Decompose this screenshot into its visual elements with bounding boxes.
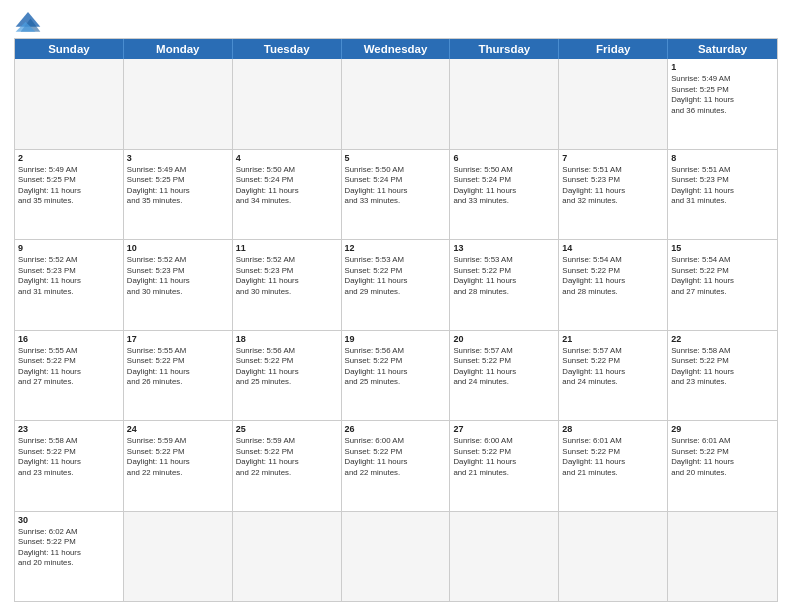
calendar-cell [15, 59, 124, 149]
calendar-cell: 17Sunrise: 5:55 AMSunset: 5:22 PMDayligh… [124, 331, 233, 421]
calendar-cell: 8Sunrise: 5:51 AMSunset: 5:23 PMDaylight… [668, 150, 777, 240]
day-number: 3 [127, 152, 229, 164]
day-number: 10 [127, 242, 229, 254]
calendar-cell: 14Sunrise: 5:54 AMSunset: 5:22 PMDayligh… [559, 240, 668, 330]
calendar-cell: 4Sunrise: 5:50 AMSunset: 5:24 PMDaylight… [233, 150, 342, 240]
day-header-monday: Monday [124, 39, 233, 59]
calendar-cell: 16Sunrise: 5:55 AMSunset: 5:22 PMDayligh… [15, 331, 124, 421]
day-number: 23 [18, 423, 120, 435]
day-info: Sunrise: 6:00 AMSunset: 5:22 PMDaylight:… [345, 436, 447, 478]
calendar-cell: 18Sunrise: 5:56 AMSunset: 5:22 PMDayligh… [233, 331, 342, 421]
day-number: 9 [18, 242, 120, 254]
calendar-cell: 5Sunrise: 5:50 AMSunset: 5:24 PMDaylight… [342, 150, 451, 240]
day-number: 13 [453, 242, 555, 254]
day-header-thursday: Thursday [450, 39, 559, 59]
day-info: Sunrise: 5:57 AMSunset: 5:22 PMDaylight:… [562, 346, 664, 388]
day-number: 24 [127, 423, 229, 435]
calendar: SundayMondayTuesdayWednesdayThursdayFrid… [14, 38, 778, 602]
calendar-cell: 1Sunrise: 5:49 AMSunset: 5:25 PMDaylight… [668, 59, 777, 149]
day-number: 16 [18, 333, 120, 345]
day-number: 1 [671, 61, 774, 73]
calendar-cell: 27Sunrise: 6:00 AMSunset: 5:22 PMDayligh… [450, 421, 559, 511]
day-info: Sunrise: 5:59 AMSunset: 5:22 PMDaylight:… [127, 436, 229, 478]
day-number: 7 [562, 152, 664, 164]
calendar-cell: 23Sunrise: 5:58 AMSunset: 5:22 PMDayligh… [15, 421, 124, 511]
calendar-cell [342, 512, 451, 602]
day-info: Sunrise: 5:49 AMSunset: 5:25 PMDaylight:… [18, 165, 120, 207]
calendar-row-2: 9Sunrise: 5:52 AMSunset: 5:23 PMDaylight… [15, 240, 777, 331]
day-info: Sunrise: 5:52 AMSunset: 5:23 PMDaylight:… [127, 255, 229, 297]
calendar-cell [668, 512, 777, 602]
logo [14, 10, 46, 32]
calendar-cell: 9Sunrise: 5:52 AMSunset: 5:23 PMDaylight… [15, 240, 124, 330]
day-number: 28 [562, 423, 664, 435]
calendar-cell: 24Sunrise: 5:59 AMSunset: 5:22 PMDayligh… [124, 421, 233, 511]
day-info: Sunrise: 5:58 AMSunset: 5:22 PMDaylight:… [18, 436, 120, 478]
calendar-cell: 3Sunrise: 5:49 AMSunset: 5:25 PMDaylight… [124, 150, 233, 240]
day-number: 19 [345, 333, 447, 345]
calendar-cell: 6Sunrise: 5:50 AMSunset: 5:24 PMDaylight… [450, 150, 559, 240]
day-info: Sunrise: 5:56 AMSunset: 5:22 PMDaylight:… [345, 346, 447, 388]
day-number: 15 [671, 242, 774, 254]
day-info: Sunrise: 6:01 AMSunset: 5:22 PMDaylight:… [671, 436, 774, 478]
calendar-cell: 2Sunrise: 5:49 AMSunset: 5:25 PMDaylight… [15, 150, 124, 240]
day-info: Sunrise: 5:52 AMSunset: 5:23 PMDaylight:… [236, 255, 338, 297]
day-header-saturday: Saturday [668, 39, 777, 59]
day-number: 4 [236, 152, 338, 164]
day-header-sunday: Sunday [15, 39, 124, 59]
day-number: 26 [345, 423, 447, 435]
day-info: Sunrise: 6:02 AMSunset: 5:22 PMDaylight:… [18, 527, 120, 569]
day-info: Sunrise: 5:53 AMSunset: 5:22 PMDaylight:… [345, 255, 447, 297]
calendar-row-0: 1Sunrise: 5:49 AMSunset: 5:25 PMDaylight… [15, 59, 777, 150]
day-info: Sunrise: 5:52 AMSunset: 5:23 PMDaylight:… [18, 255, 120, 297]
calendar-cell: 26Sunrise: 6:00 AMSunset: 5:22 PMDayligh… [342, 421, 451, 511]
calendar-cell [233, 512, 342, 602]
day-number: 29 [671, 423, 774, 435]
day-number: 11 [236, 242, 338, 254]
page: SundayMondayTuesdayWednesdayThursdayFrid… [0, 0, 792, 612]
calendar-cell [559, 59, 668, 149]
calendar-cell: 19Sunrise: 5:56 AMSunset: 5:22 PMDayligh… [342, 331, 451, 421]
day-info: Sunrise: 5:49 AMSunset: 5:25 PMDaylight:… [127, 165, 229, 207]
calendar-cell: 25Sunrise: 5:59 AMSunset: 5:22 PMDayligh… [233, 421, 342, 511]
day-info: Sunrise: 5:50 AMSunset: 5:24 PMDaylight:… [345, 165, 447, 207]
calendar-cell: 11Sunrise: 5:52 AMSunset: 5:23 PMDayligh… [233, 240, 342, 330]
calendar-cell: 7Sunrise: 5:51 AMSunset: 5:23 PMDaylight… [559, 150, 668, 240]
calendar-cell [450, 59, 559, 149]
day-number: 8 [671, 152, 774, 164]
day-info: Sunrise: 5:57 AMSunset: 5:22 PMDaylight:… [453, 346, 555, 388]
day-info: Sunrise: 5:51 AMSunset: 5:23 PMDaylight:… [671, 165, 774, 207]
day-number: 25 [236, 423, 338, 435]
calendar-header: SundayMondayTuesdayWednesdayThursdayFrid… [15, 39, 777, 59]
day-number: 22 [671, 333, 774, 345]
day-info: Sunrise: 5:50 AMSunset: 5:24 PMDaylight:… [236, 165, 338, 207]
day-number: 6 [453, 152, 555, 164]
day-info: Sunrise: 5:49 AMSunset: 5:25 PMDaylight:… [671, 74, 774, 116]
day-info: Sunrise: 5:58 AMSunset: 5:22 PMDaylight:… [671, 346, 774, 388]
day-number: 5 [345, 152, 447, 164]
calendar-cell: 21Sunrise: 5:57 AMSunset: 5:22 PMDayligh… [559, 331, 668, 421]
day-header-wednesday: Wednesday [342, 39, 451, 59]
calendar-cell: 13Sunrise: 5:53 AMSunset: 5:22 PMDayligh… [450, 240, 559, 330]
day-number: 18 [236, 333, 338, 345]
day-info: Sunrise: 5:50 AMSunset: 5:24 PMDaylight:… [453, 165, 555, 207]
calendar-cell: 20Sunrise: 5:57 AMSunset: 5:22 PMDayligh… [450, 331, 559, 421]
calendar-row-5: 30Sunrise: 6:02 AMSunset: 5:22 PMDayligh… [15, 512, 777, 602]
calendar-cell: 12Sunrise: 5:53 AMSunset: 5:22 PMDayligh… [342, 240, 451, 330]
day-header-friday: Friday [559, 39, 668, 59]
day-number: 17 [127, 333, 229, 345]
day-info: Sunrise: 6:01 AMSunset: 5:22 PMDaylight:… [562, 436, 664, 478]
day-info: Sunrise: 5:56 AMSunset: 5:22 PMDaylight:… [236, 346, 338, 388]
calendar-cell [559, 512, 668, 602]
calendar-cell: 10Sunrise: 5:52 AMSunset: 5:23 PMDayligh… [124, 240, 233, 330]
day-info: Sunrise: 5:54 AMSunset: 5:22 PMDaylight:… [671, 255, 774, 297]
calendar-cell: 22Sunrise: 5:58 AMSunset: 5:22 PMDayligh… [668, 331, 777, 421]
calendar-cell: 28Sunrise: 6:01 AMSunset: 5:22 PMDayligh… [559, 421, 668, 511]
day-info: Sunrise: 5:55 AMSunset: 5:22 PMDaylight:… [127, 346, 229, 388]
calendar-cell: 29Sunrise: 6:01 AMSunset: 5:22 PMDayligh… [668, 421, 777, 511]
calendar-cell [124, 512, 233, 602]
day-number: 27 [453, 423, 555, 435]
calendar-cell [342, 59, 451, 149]
day-number: 2 [18, 152, 120, 164]
day-number: 12 [345, 242, 447, 254]
